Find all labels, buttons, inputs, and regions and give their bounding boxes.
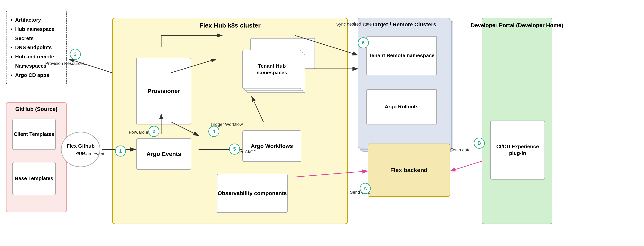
provision-resources-label: Provision Resources <box>45 61 85 66</box>
badge-1: 1 <box>115 146 126 156</box>
badge-3: 3 <box>70 49 81 60</box>
badge-6: 6 <box>358 37 369 48</box>
observability-box: Observability components <box>217 174 288 213</box>
target-remote-outer: Target / Remote Clusters Tenant Remote n… <box>358 18 452 152</box>
provisioner-label: Provisioner <box>148 88 180 94</box>
cicd-plugin-label: CI/CD Experience plug-in <box>491 143 544 157</box>
diagram-container: Artifactory Hub namespace Secrets DNS en… <box>0 0 644 246</box>
argo-workflows-label: Argo Workflows <box>251 142 293 150</box>
client-templates-label: Client Templates <box>14 131 54 138</box>
flex-backend-label: Flex backend <box>390 167 428 174</box>
badge-2: 2 <box>148 126 160 137</box>
badge-A: A <box>360 183 371 194</box>
argo-workflows-box: Argo Workflows <box>242 130 301 162</box>
target-remote-card-front: Target / Remote Clusters Tenant Remote n… <box>358 18 450 148</box>
flex-hub-title: Flex Hub k8s cluster <box>199 22 260 29</box>
list-item-hub-secrets: Hub namespace Secrets <box>15 24 62 43</box>
forward-event-2-label: Forward event <box>77 152 104 156</box>
github-source-box: GitHub (Source) Client Templates Base Te… <box>6 102 67 212</box>
list-item-artifactory: Artifactory <box>15 15 62 24</box>
client-templates-box: Client Templates <box>12 118 56 150</box>
developer-portal-title: Developer Portal (Developer Home) <box>471 22 563 28</box>
badge-B: B <box>474 138 485 149</box>
argo-rollouts-box: Argo Rollouts <box>366 89 437 124</box>
observability-label: Observability components <box>218 190 287 197</box>
target-remote-title: Target / Remote Clusters <box>372 22 436 28</box>
argo-events-label: Argo Events <box>146 151 181 157</box>
flex-backend-box: Flex backend <box>368 144 450 197</box>
artifact-list: Artifactory Hub namespace Secrets DNS en… <box>11 15 62 80</box>
github-source-title: GitHub (Source) <box>15 106 58 112</box>
sync-desired-state-label: Sync desired state <box>336 22 372 27</box>
list-item-dns: DNS endpoints <box>15 43 62 52</box>
badge-4: 4 <box>208 126 220 137</box>
list-item-argo-apps: Argo CD apps <box>15 70 62 80</box>
tenant-remote-box: Tenant Remote namespace <box>366 36 437 75</box>
flex-hub-box: Flex Hub k8s cluster Argo CD Provisioner… <box>112 18 348 224</box>
flex-github-app-bubble: Flex Github app <box>61 132 100 167</box>
tenant-hub-label: Tenant Hub namespaces <box>243 63 301 76</box>
badge-5: 5 <box>229 144 240 154</box>
base-templates-label: Base Templates <box>15 175 53 182</box>
tenant-hub-card-front: Tenant Hub namespaces <box>242 50 301 89</box>
fetch-data-label: Fetch data <box>450 148 470 152</box>
tenant-remote-label: Tenant Remote namespace <box>369 52 435 59</box>
argo-rollouts-label: Argo Rollouts <box>385 104 418 110</box>
cicd-plugin-box: CI/CD Experience plug-in <box>490 120 545 180</box>
argo-events-box: Argo Events <box>136 138 191 170</box>
artifactory-list-box: Artifactory Hub namespace Secrets DNS en… <box>6 11 67 84</box>
base-templates-box: Base Templates <box>12 162 56 195</box>
provisioner-box: Provisioner <box>136 58 191 124</box>
tenant-hub-stack: Tenant Hub namespaces <box>242 50 307 113</box>
developer-portal-box: Developer Portal (Developer Home) CI/CD … <box>482 18 552 224</box>
